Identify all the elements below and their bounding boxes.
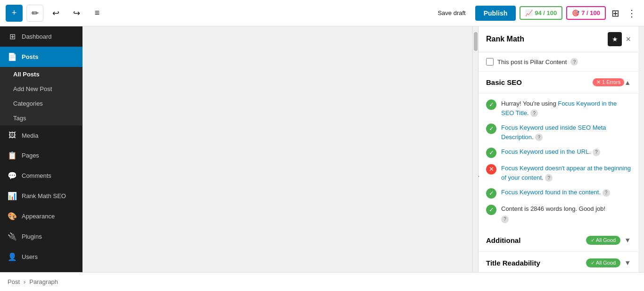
pages-icon: 📋 [8, 151, 17, 160]
comments-icon: 💬 [8, 171, 17, 180]
sidebar-item-rank-math-label: Rank Math SEO [22, 192, 66, 200]
list-view-button[interactable]: ≡ [89, 5, 106, 22]
panel-star-button[interactable]: ★ [608, 32, 622, 46]
check-item-1: ✓ Focus Keyword used inside SEO Meta Des… [486, 123, 631, 141]
sidebar-item-media-label: Media [22, 132, 38, 139]
sidebar-item-tools[interactable]: 🔧 Tools [0, 267, 83, 272]
rank-math-icon: 📊 [8, 191, 17, 200]
redo-button[interactable]: ↪ [68, 5, 85, 22]
add-new-label: Add New Post [13, 85, 52, 92]
sidebar-item-appearance[interactable]: 🎨 Appearance [0, 206, 83, 226]
check-item-4: ✓ Focus Keyword found in the content. ? [486, 188, 631, 199]
scroll-thumb[interactable] [474, 32, 478, 51]
basic-seo-title: Basic SEO [486, 78, 589, 86]
sidebar-item-comments[interactable]: 💬 Comments [0, 166, 83, 186]
check-help-5[interactable]: ? [501, 216, 509, 223]
sidebar-item-dashboard[interactable]: ⊞ Dashboard [0, 26, 83, 47]
sidebar-item-media[interactable]: 🖼 Media [0, 125, 83, 145]
sidebar-item-users[interactable]: 👤 Users [0, 247, 83, 267]
outer-scrollbar[interactable] [472, 26, 478, 272]
sidebar-item-dashboard-label: Dashboard [22, 33, 52, 40]
error-badge: ✕ 1 Errors [593, 78, 624, 86]
plugins-icon: 🔌 [8, 232, 17, 241]
seo-score-value: 94 / 100 [535, 9, 557, 17]
title-readability-section-header[interactable]: Title Readability ✓ All Good ▼ [479, 252, 638, 273]
rank-math-panel: Rank Math ★ × This post is Pillar Conten… [478, 26, 638, 272]
pillar-content-label: This post is Pillar Content [497, 58, 567, 66]
check-help-0[interactable]: ? [530, 109, 538, 117]
check-item-2: ✓ Focus Keyword used in the URL. ? [486, 147, 631, 158]
toolbar-right: Save draft Publish 📈 94 / 100 🎯 7 / 100 … [432, 6, 638, 21]
title-readability-chevron: ▼ [624, 259, 631, 266]
check-text-0: Hurray! You're using Focus Keyword in th… [501, 99, 631, 117]
tags-label: Tags [13, 115, 26, 122]
pillar-help-icon[interactable]: ? [570, 58, 578, 66]
edit-button[interactable]: ✏ [26, 5, 43, 22]
publish-button[interactable]: Publish [475, 6, 516, 21]
sidebar-item-categories[interactable]: Categories [0, 96, 83, 111]
breadcrumb-current: Paragraph [29, 278, 58, 285]
sidebar-item-posts[interactable]: 📄 Posts [0, 47, 83, 67]
check-link-2[interactable]: Focus Keyword used in the URL [501, 148, 589, 155]
title-readability-allgood-badge: ✓ All Good [586, 258, 621, 267]
sidebar-item-pages-label: Pages [22, 152, 39, 159]
breadcrumb-separator: › [24, 278, 25, 285]
main-layout: ⊞ Dashboard 📄 Posts All Posts Add New Po… [0, 26, 644, 272]
breadcrumb: Post › Paragraph [0, 272, 644, 291]
title-readability-title: Title Readability [486, 259, 586, 267]
additional-section-header[interactable]: Additional ✓ All Good ▼ [479, 229, 638, 252]
appearance-icon: 🎨 [8, 212, 17, 221]
check-help-4[interactable]: ? [603, 189, 610, 197]
check-help-3[interactable]: ? [545, 174, 553, 182]
toolbar: + ✏ ↩ ↪ ≡ Save draft Publish 📈 94 / 100 … [0, 0, 644, 26]
sidebar-item-appearance-label: Appearance [22, 213, 55, 220]
readability-score-value: 7 / 100 [581, 9, 600, 17]
save-draft-button[interactable]: Save draft [432, 7, 471, 19]
dashboard-icon: ⊞ [8, 32, 17, 41]
check-icon-3: ✕ [486, 164, 496, 175]
sidebar-item-plugins[interactable]: 🔌 Plugins [0, 226, 83, 247]
check-help-2[interactable]: ? [593, 149, 600, 156]
check-item-0: ✓ Hurray! You're using Focus Keyword in … [486, 99, 631, 117]
check-link-0[interactable]: Focus Keyword in the SEO Title [501, 100, 617, 116]
seo-score-badge[interactable]: 📈 94 / 100 [520, 6, 562, 20]
sidebar: ⊞ Dashboard 📄 Posts All Posts Add New Po… [0, 26, 83, 272]
add-block-button[interactable]: + [6, 5, 23, 22]
check-link-1[interactable]: Focus Keyword used inside SEO Meta Descr… [501, 124, 606, 141]
sidebar-item-posts-label: Posts [22, 53, 38, 60]
arrow-indicator [479, 166, 486, 187]
check-item-5: ✓ Content is 2846 words long. Good job! … [486, 204, 631, 224]
undo-button[interactable]: ↩ [47, 5, 64, 22]
check-text-1: Focus Keyword used inside SEO Meta Descr… [501, 123, 631, 141]
sidebar-item-pages[interactable]: 📋 Pages [0, 145, 83, 166]
check-link-4[interactable]: Focus Keyword found in the content [501, 189, 599, 196]
more-options-button[interactable]: ⋮ [625, 6, 638, 21]
sidebar-item-add-new[interactable]: Add New Post [0, 82, 83, 96]
check-help-1[interactable]: ? [535, 133, 543, 141]
check-text-5: Content is 2846 words long. Good job! ? [501, 204, 631, 224]
check-icon-0: ✓ [486, 100, 496, 110]
check-list: ✓ Hurray! You're using Focus Keyword in … [479, 93, 638, 229]
check-link-3[interactable]: Focus Keyword doesn't appear at the begi… [501, 165, 631, 181]
readability-score-icon: 🎯 [572, 9, 579, 17]
panel-title: Rank Math [486, 35, 604, 43]
sidebar-item-plugins-label: Plugins [22, 233, 42, 240]
basic-seo-section-header[interactable]: Basic SEO ✕ 1 Errors ▲ [479, 72, 638, 93]
check-item-3: ✕ Focus Keyword doesn't appear at the be… [486, 164, 631, 182]
posts-icon: 📄 [8, 52, 17, 61]
check-icon-5: ✓ [486, 205, 496, 215]
sidebar-item-rank-math[interactable]: 📊 Rank Math SEO [0, 186, 83, 206]
panel-close-button[interactable]: × [626, 34, 631, 44]
check-text-3: Focus Keyword doesn't appear at the begi… [501, 164, 631, 182]
additional-chevron: ▼ [624, 236, 631, 244]
check-icon-1: ✓ [486, 124, 496, 134]
pillar-content-checkbox[interactable] [486, 58, 494, 66]
editor-area[interactable] [83, 26, 472, 272]
readability-score-badge[interactable]: 🎯 7 / 100 [566, 6, 606, 20]
layout-button[interactable]: ⊞ [610, 6, 621, 21]
sidebar-item-tags[interactable]: Tags [0, 111, 83, 125]
sidebar-item-all-posts[interactable]: All Posts [0, 67, 83, 82]
sidebar-item-users-label: Users [22, 253, 38, 260]
panel-scroll-area[interactable]: Basic SEO ✕ 1 Errors ▲ ✓ Hurray! You're … [479, 72, 638, 272]
check-icon-4: ✓ [486, 188, 496, 199]
